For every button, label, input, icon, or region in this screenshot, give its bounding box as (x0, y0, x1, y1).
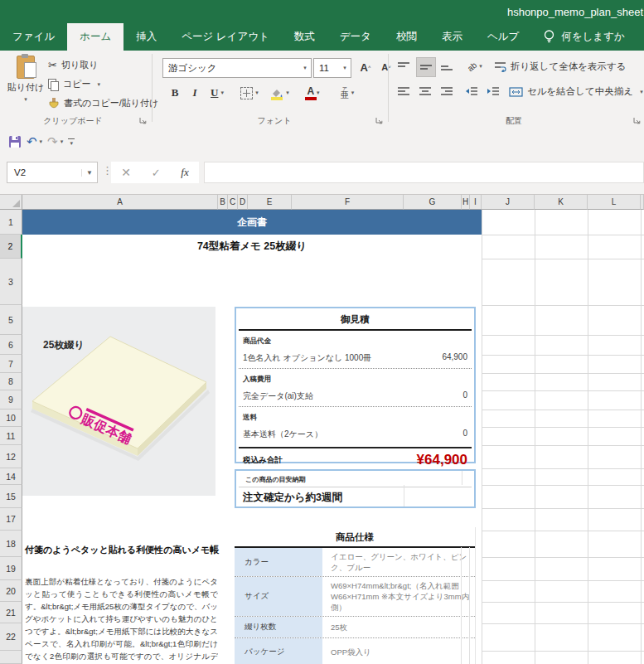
row-header-8[interactable]: 8 (0, 373, 22, 390)
tab-ページ レイアウト[interactable]: ページ レイアウト (169, 23, 282, 51)
cut-button[interactable]: ✂ 切り取り (48, 59, 98, 71)
column-header-A[interactable]: A (22, 195, 218, 210)
orientation-button[interactable]: ab (462, 57, 487, 75)
column-header-I[interactable]: I (470, 195, 482, 210)
format-painter-button[interactable]: 書式のコピー/貼り付け (48, 97, 158, 109)
cell-banner-title[interactable]: 企画書 (22, 210, 482, 235)
column-header-partial[interactable] (641, 195, 644, 210)
align-middle-button[interactable] (416, 57, 436, 77)
spec-label: サイズ (235, 577, 322, 616)
cell-product-title[interactable]: 74型粘着メモ 25枚綴り (22, 235, 482, 259)
italic-button[interactable]: I (186, 84, 204, 102)
row-header-2[interactable]: 2 (0, 235, 22, 259)
column-header-E[interactable]: E (248, 195, 292, 210)
bold-button[interactable]: B (166, 84, 184, 102)
font-dialog-launcher-icon[interactable] (375, 116, 384, 125)
tab-挿入[interactable]: 挿入 (123, 23, 169, 51)
save-icon[interactable] (8, 135, 22, 148)
name-box[interactable]: V2 ▼ (7, 162, 98, 183)
column-header-H[interactable]: H (462, 195, 470, 210)
tab-表示[interactable]: 表示 (429, 23, 475, 51)
enter-icon[interactable]: ✓ (152, 167, 161, 179)
estimate-table[interactable]: 御見積 商品代金1色名入れ オプションなし 1000冊64,900入稿費用完全デ… (235, 307, 476, 463)
cancel-icon[interactable]: ✕ (121, 166, 131, 179)
align-bottom-button[interactable] (438, 57, 456, 75)
customize-qat-button[interactable]: ▾ (68, 138, 75, 146)
row-header-1[interactable]: 1 (0, 210, 22, 235)
formula-bar-handle[interactable]: ⋮ (102, 164, 111, 177)
column-header-K[interactable]: K (535, 195, 588, 210)
row-header-22[interactable]: 22 (0, 623, 22, 651)
group-separator (388, 54, 389, 122)
description-heading[interactable]: 付箋のようペタッと貼れる利便性の高いメモ帳 (25, 544, 224, 556)
column-header-C[interactable]: C (228, 195, 238, 210)
align-top-button[interactable] (395, 57, 413, 75)
lightbulb-icon (543, 30, 555, 44)
decrease-indent-button[interactable] (462, 82, 481, 100)
tab-ファイル[interactable]: ファイル (0, 23, 67, 51)
row-header-17[interactable]: 17 (0, 508, 22, 531)
column-header-L[interactable]: L (588, 195, 641, 210)
font-color-button[interactable]: A (300, 84, 327, 102)
select-all-corner[interactable] (0, 195, 22, 210)
row-header-12[interactable]: 12 (0, 445, 22, 468)
grow-font-button[interactable]: A˄ (356, 58, 375, 76)
product-image[interactable]: 販促本舗 25枚綴り (22, 307, 215, 496)
column-header-J[interactable]: J (482, 195, 535, 210)
row-header-3[interactable]: 3 (0, 259, 22, 305)
insert-function-icon[interactable]: fx (181, 166, 188, 179)
row-header-14[interactable]: 14 (0, 468, 22, 485)
column-header-G[interactable]: G (404, 195, 462, 210)
tab-データ[interactable]: データ (327, 23, 384, 51)
spec-row-パッケージ: パッケージOPP袋入り (235, 638, 475, 664)
column-header-B[interactable]: B (218, 195, 228, 210)
tab-ヘルプ[interactable]: ヘルプ (475, 23, 531, 51)
row-header-partial[interactable] (0, 651, 22, 664)
row-header-21[interactable]: 21 (0, 602, 22, 623)
column-header-F[interactable]: F (292, 195, 404, 210)
row-header-10[interactable]: 10 (0, 410, 22, 427)
memo-pad-illustration: 販促本舗 (22, 307, 215, 496)
shrink-font-button[interactable]: A˅ (377, 58, 395, 76)
phonetic-guide-button[interactable]: ア 亜 (335, 84, 360, 102)
tell-me-search[interactable]: 何をしますか (543, 23, 624, 51)
font-size-select[interactable]: 11 ▾ (313, 58, 351, 78)
row-header-18[interactable]: 18 (0, 531, 22, 557)
clipboard-dialog-launcher-icon[interactable] (138, 116, 148, 125)
delivery-box[interactable]: この商品の目安納期 注文確定から約3週間 (235, 469, 476, 508)
paste-button[interactable]: 貼り付け ▾ (7, 56, 45, 103)
alignment-dialog-launcher-icon[interactable] (632, 116, 642, 125)
estimate-section-header: 商品代金 (236, 331, 474, 347)
redo-button[interactable]: ↷ (47, 134, 63, 149)
wrap-text-icon (494, 61, 506, 72)
tab-校閲[interactable]: 校閲 (384, 23, 429, 51)
tab-ホーム[interactable]: ホーム (67, 23, 123, 51)
tab-数式[interactable]: 数式 (282, 23, 327, 51)
row-header-6[interactable]: 6 (0, 335, 22, 355)
row-header-9[interactable]: 9 (0, 390, 22, 410)
copy-button[interactable]: コピー (48, 78, 100, 90)
row-header-11[interactable]: 11 (0, 427, 22, 445)
underline-button[interactable]: U (204, 84, 230, 102)
merge-center-button[interactable]: セルを結合して中央揃え (509, 85, 643, 98)
align-left-button[interactable] (395, 82, 413, 100)
gridline (482, 485, 644, 486)
spec-table[interactable]: 商品仕様 カラーイエロー、グリーン、ホワイト、ピンク、ブルーサイズW69×H74… (235, 527, 476, 664)
align-center-button[interactable] (416, 82, 434, 100)
align-right-button[interactable] (438, 82, 456, 100)
gridline (482, 373, 644, 374)
wrap-text-button[interactable]: 折り返して全体を表示する (494, 61, 627, 73)
row-header-15[interactable]: 15 (0, 485, 22, 508)
borders-button[interactable] (237, 84, 262, 102)
fill-color-button[interactable] (267, 84, 293, 102)
font-name-select[interactable]: 游ゴシック ▾ (162, 58, 312, 78)
increase-indent-button[interactable] (484, 82, 502, 100)
undo-button[interactable]: ↶ (27, 134, 42, 149)
row-header-20[interactable]: 20 (0, 580, 22, 602)
column-header-D[interactable]: D (238, 195, 248, 210)
row-header-5[interactable]: 5 (0, 305, 22, 335)
description-body[interactable]: 裏面上部が粘着仕様となっており、付箋のようにペタッと貼って使うこともできる利便性… (25, 575, 218, 664)
row-header-7[interactable]: 7 (0, 355, 22, 373)
row-header-19[interactable]: 19 (0, 557, 22, 580)
formula-input[interactable] (204, 162, 644, 183)
